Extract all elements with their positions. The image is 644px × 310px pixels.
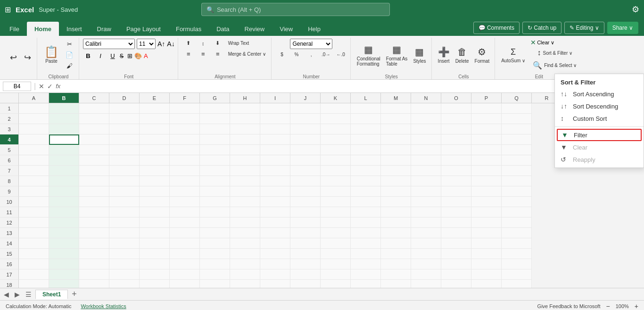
cell-P2[interactable] <box>471 114 502 124</box>
cell-C1[interactable] <box>79 103 109 114</box>
search-input[interactable] <box>217 6 385 13</box>
autosum-button[interactable]: ΣAutoSum ∨ <box>499 46 528 65</box>
cell-A4[interactable] <box>19 134 49 145</box>
custom-sort-item[interactable]: ↕ Custom Sort <box>555 112 644 125</box>
decrease-decimal-button[interactable]: ←.0 <box>334 50 347 59</box>
col-F[interactable]: F <box>170 93 200 103</box>
italic-button[interactable]: I <box>95 50 106 61</box>
format-painter-button[interactable]: 🖌 <box>63 61 76 71</box>
app-grid-icon[interactable]: ⊞ <box>5 5 11 14</box>
confirm-formula-icon[interactable]: ✓ <box>47 83 53 90</box>
cell-L4[interactable] <box>351 134 381 145</box>
catch-up-button[interactable]: ↻ Catch up <box>522 22 561 34</box>
search-box[interactable]: 🔍 <box>201 3 390 16</box>
cell-I1[interactable] <box>260 103 290 114</box>
cell-Q2[interactable] <box>502 114 532 124</box>
row-num-13[interactable]: 13 <box>0 228 19 238</box>
cell-N3[interactable] <box>411 124 441 134</box>
row-num-5[interactable]: 5 <box>0 145 19 155</box>
cell-E3[interactable] <box>140 124 170 134</box>
tab-draw[interactable]: Draw <box>90 22 119 36</box>
cell-Q4[interactable] <box>502 134 532 145</box>
delete-button[interactable]: 🗑Delete <box>453 45 471 65</box>
find-select-button[interactable]: 🔍Find & Select ∨ <box>530 59 579 71</box>
cell-N2[interactable] <box>411 114 441 124</box>
cell-G3[interactable] <box>200 124 230 134</box>
cell-M2[interactable] <box>381 114 411 124</box>
cell-Q1[interactable] <box>502 103 532 114</box>
cell-H3[interactable] <box>230 124 260 134</box>
cell-E2[interactable] <box>140 114 170 124</box>
cancel-formula-icon[interactable]: ✕ <box>39 83 44 90</box>
cell-C2[interactable] <box>79 114 109 124</box>
cell-reference-input[interactable] <box>3 82 31 91</box>
sort-descending-item[interactable]: ↓↑ Sort Descending <box>555 100 644 112</box>
currency-button[interactable]: $ <box>275 50 289 59</box>
editing-button[interactable]: ✎ Editing ∨ <box>564 22 604 34</box>
sheet-next-button[interactable]: ▶ <box>13 290 22 299</box>
tab-data[interactable]: Data <box>209 22 237 36</box>
row-num-3[interactable]: 3 <box>0 124 19 134</box>
border-button[interactable]: ⊞ <box>127 52 132 59</box>
cell-B5[interactable] <box>49 145 79 155</box>
col-O[interactable]: O <box>441 93 471 103</box>
row-num-10[interactable]: 10 <box>0 197 19 207</box>
cell-J2[interactable] <box>290 114 321 124</box>
align-center-button[interactable]: ≡ <box>197 49 210 59</box>
cell-H4[interactable] <box>230 134 260 145</box>
align-right-button[interactable]: ≡ <box>211 49 224 59</box>
col-Q[interactable]: Q <box>502 93 532 103</box>
increase-decimal-button[interactable]: .0→ <box>319 50 332 59</box>
col-N[interactable]: N <box>411 93 441 103</box>
row-num-9[interactable]: 9 <box>0 186 19 197</box>
font-shrink-icon[interactable]: A↓ <box>167 40 174 48</box>
col-M[interactable]: M <box>381 93 411 103</box>
cell-E4[interactable] <box>140 134 170 145</box>
cell-C4[interactable] <box>79 134 109 145</box>
cell-G2[interactable] <box>200 114 230 124</box>
sheet-prev-button[interactable]: ◀ <box>2 290 11 299</box>
font-grow-icon[interactable]: A↑ <box>157 40 165 48</box>
cell-P3[interactable] <box>471 124 502 134</box>
cell-M3[interactable] <box>381 124 411 134</box>
row-num-8[interactable]: 8 <box>0 176 19 186</box>
strikethrough-button[interactable]: S̶ <box>120 52 124 59</box>
format-as-table-button[interactable]: ▦Format AsTable <box>384 42 410 68</box>
tab-formulas[interactable]: Formulas <box>168 22 209 36</box>
conditional-formatting-button[interactable]: ▦ConditionalFormatting <box>355 42 383 68</box>
col-C[interactable]: C <box>79 93 109 103</box>
comma-button[interactable]: , <box>305 50 318 59</box>
cell-L3[interactable] <box>351 124 381 134</box>
cell-F1[interactable] <box>170 103 200 114</box>
fill-color-button[interactable]: 🎨 <box>134 52 142 59</box>
paste-button[interactable]: 📋Paste <box>41 44 62 66</box>
col-D[interactable]: D <box>109 93 140 103</box>
cell-D4[interactable] <box>109 134 140 145</box>
cell-G1[interactable] <box>200 103 230 114</box>
align-left-button[interactable]: ≡ <box>182 49 195 59</box>
percent-button[interactable]: % <box>290 50 303 59</box>
row-num-12[interactable]: 12 <box>0 218 19 228</box>
cell-O2[interactable] <box>441 114 471 124</box>
col-K[interactable]: K <box>321 93 351 103</box>
tab-insert[interactable]: Insert <box>59 22 90 36</box>
row-num-14[interactable]: 14 <box>0 238 19 249</box>
zoom-in-icon[interactable]: + <box>635 302 638 310</box>
tab-view[interactable]: View <box>272 22 300 36</box>
col-E[interactable]: E <box>140 93 170 103</box>
col-B[interactable]: B <box>49 93 79 103</box>
row-num-4[interactable]: 4 <box>0 134 19 145</box>
cell-C3[interactable] <box>79 124 109 134</box>
cell-D1[interactable] <box>109 103 140 114</box>
cell-E1[interactable] <box>140 103 170 114</box>
undo-button[interactable]: ↩ <box>7 52 20 63</box>
cell-P1[interactable] <box>471 103 502 114</box>
cell-L2[interactable] <box>351 114 381 124</box>
cell-B4[interactable] <box>49 134 79 145</box>
row-num-7[interactable]: 7 <box>0 166 19 176</box>
row-num-6[interactable]: 6 <box>0 155 19 166</box>
cell-A5[interactable] <box>19 145 49 155</box>
align-top-button[interactable]: ⬆ <box>182 39 195 48</box>
share-button[interactable]: Share ∨ <box>607 22 638 34</box>
tab-file[interactable]: File <box>2 22 27 36</box>
